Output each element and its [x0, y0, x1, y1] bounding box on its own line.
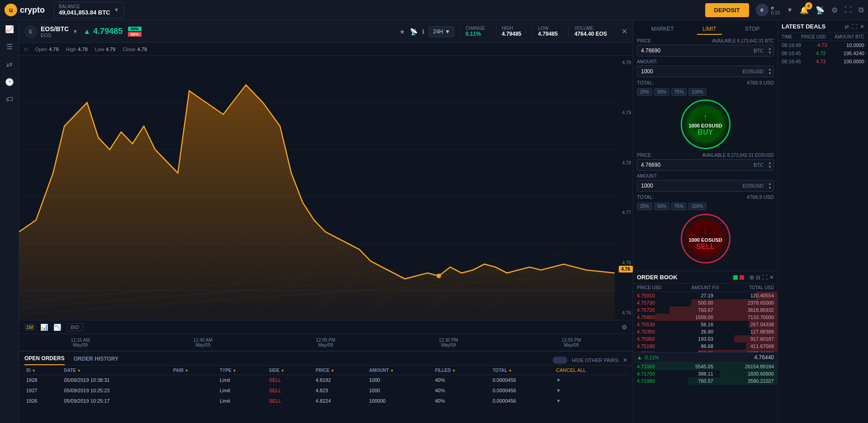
- chart-settings-icon[interactable]: ⚙: [621, 324, 627, 331]
- settings-icon[interactable]: ⚙: [831, 6, 838, 14]
- ob-ask-row[interactable]: 4.758501509.007133.70000: [633, 314, 778, 321]
- sell-amount-input[interactable]: [637, 180, 740, 191]
- list-item[interactable]: 08:16:454.73100.0000: [778, 57, 868, 66]
- ld-close-icon[interactable]: ✕: [860, 24, 864, 30]
- col-side[interactable]: SIDE ▼: [266, 366, 312, 375]
- timeframe-select[interactable]: 24H ▼: [429, 26, 454, 37]
- broadcast-icon[interactable]: 📡: [410, 28, 417, 35]
- buy-up-arrow-icon: ↑: [703, 113, 707, 122]
- ob-close-icon[interactable]: ✕: [769, 274, 774, 281]
- buy-amount-input[interactable]: [637, 66, 740, 77]
- buy-price-input[interactable]: [637, 45, 751, 56]
- order-expand[interactable]: ▼: [552, 385, 629, 396]
- history-icon[interactable]: 🕐: [5, 78, 14, 86]
- swap-icon[interactable]: ⇄: [6, 60, 12, 69]
- sell-pct-25[interactable]: 25%: [637, 202, 652, 210]
- tab-open-orders[interactable]: OPEN ORDERS: [24, 355, 65, 365]
- deposit-button[interactable]: DEPOSIT: [705, 3, 749, 17]
- sell-pct-50[interactable]: 50%: [654, 202, 669, 210]
- sell-amount-dn-arrow[interactable]: ▼: [768, 186, 772, 190]
- ld-expand-icon[interactable]: ⛶: [852, 24, 857, 30]
- order-pair: [170, 375, 216, 385]
- star-icon[interactable]: ★: [399, 28, 405, 35]
- tag-icon[interactable]: 🏷: [6, 95, 13, 103]
- ob-expand-icon[interactable]: ⛶: [762, 274, 768, 281]
- ob-bid-row[interactable]: 4.710605545.0526154.89184: [633, 363, 778, 370]
- ob-view-1-icon[interactable]: ⊞: [749, 274, 754, 281]
- tab-limit[interactable]: LIMIT: [697, 24, 722, 35]
- maximize-icon[interactable]: ⛶: [844, 6, 852, 14]
- buy-amount-dn-arrow[interactable]: ▼: [768, 71, 772, 75]
- ob-ask-row[interactable]: 4.7591027.19120.40554: [633, 292, 778, 299]
- sell-pct-100[interactable]: 100%: [688, 202, 707, 210]
- close-icon[interactable]: ✕: [621, 27, 627, 36]
- col-total[interactable]: TOTAL ▼: [489, 366, 552, 375]
- ob-ask-row[interactable]: 4.7519086.68411.67568: [633, 343, 778, 350]
- chart-area: 4.79 4.79 4.78 4.77 4.76 4.76 4.76: [19, 56, 633, 320]
- tab-stop[interactable]: STOP: [740, 24, 765, 35]
- table-row[interactable]: 1928 05/09/2019 10:38:31 Limit SELL 4.81…: [23, 375, 629, 385]
- chart-icon[interactable]: 📈: [5, 25, 14, 33]
- ob-ask-row[interactable]: 4.7553056.16267.04338: [633, 321, 778, 328]
- col-pair[interactable]: PAIR ▼: [170, 366, 216, 375]
- ob-bid-row[interactable]: 4.71700388.111830.60600: [633, 370, 778, 377]
- col-filled[interactable]: FILLED ▼: [432, 366, 489, 375]
- layout-icon[interactable]: ⧉: [859, 6, 863, 14]
- order-filled: 40%: [432, 375, 489, 385]
- table-row[interactable]: 1927 05/09/2019 10:25:23 Limit SELL 4.82…: [23, 385, 629, 396]
- col-amount[interactable]: AMOUNT ▼: [365, 366, 432, 375]
- hide-pairs-toggle[interactable]: [553, 357, 567, 364]
- tab-order-history[interactable]: ORDER HISTORY: [74, 356, 119, 365]
- buy-button[interactable]: ↑ 1000 EOSUSD BUY: [681, 99, 730, 149]
- order-expand[interactable]: ▼: [552, 375, 629, 385]
- menu-icon[interactable]: ☰: [6, 42, 13, 51]
- ob-bid-row[interactable]: 4.71980760.573590.21027: [633, 377, 778, 385]
- ld-swap-icon[interactable]: ⇄: [844, 24, 849, 30]
- notifications-icon[interactable]: 🔔 8: [800, 6, 809, 14]
- radio-icon[interactable]: 📡: [816, 6, 825, 14]
- bid-label[interactable]: BID: [66, 323, 83, 331]
- ob-view-2-icon[interactable]: ⊟: [756, 274, 760, 281]
- tab-market[interactable]: MARKET: [646, 24, 679, 35]
- close-orders-icon[interactable]: ✕: [623, 357, 627, 363]
- tf-1m-button[interactable]: 1M: [24, 324, 35, 331]
- order-date: 05/09/2019 10:25:17: [61, 396, 170, 406]
- deal-amount: 195.4240: [844, 51, 864, 56]
- logo[interactable]: u crypto: [5, 4, 45, 16]
- line-chart-icon[interactable]: 📉: [53, 324, 61, 331]
- col-id[interactable]: ID ▼: [23, 366, 61, 375]
- list-item[interactable]: 08:16:494.7310.0000: [778, 41, 868, 49]
- list-item[interactable]: 08:16:454.72195.4240: [778, 49, 868, 57]
- symbol-chevron-icon[interactable]: ▼: [72, 28, 78, 35]
- chevron-down-icon[interactable]: ▼: [787, 6, 793, 14]
- order-expand[interactable]: ▼: [552, 396, 629, 406]
- buy-pct-25[interactable]: 25%: [637, 88, 652, 96]
- sell-amount-up-arrow[interactable]: ▲: [768, 182, 772, 186]
- col-cancel-all[interactable]: CANCEL ALL: [552, 366, 629, 375]
- sell-price-dn-arrow[interactable]: ▼: [768, 165, 772, 169]
- bar-chart-icon[interactable]: 📊: [40, 324, 48, 331]
- ob-ask-row[interactable]: 4.75950193.03917.60187: [633, 335, 778, 343]
- ob-ask-row[interactable]: 4.75000500.002375.00000: [633, 350, 778, 352]
- col-price[interactable]: PRICE ▼: [312, 366, 365, 375]
- ob-ask-row[interactable]: 4.75730500.002378.65000: [633, 299, 778, 306]
- sell-button[interactable]: ↓ 1000 EOSUSD SELL: [681, 214, 730, 263]
- buy-price-dn-arrow[interactable]: ▼: [768, 51, 772, 55]
- col-date[interactable]: DATE ▼: [61, 366, 170, 375]
- buy-amount-up-arrow[interactable]: ▲: [768, 67, 772, 71]
- balance-chevron-icon[interactable]: ▼: [114, 7, 119, 13]
- ob-ask-row[interactable]: 4.7535026.90127.88388: [633, 328, 778, 335]
- col-type[interactable]: TYPE ▼: [216, 366, 266, 375]
- buy-pct-50[interactable]: 50%: [654, 88, 669, 96]
- orders-table-wrap: ID ▼ DATE ▼ PAIR ▼ TYPE ▼ SIDE ▼ PRICE ▼…: [19, 366, 633, 406]
- buy-pct-75[interactable]: 75%: [671, 88, 687, 96]
- ob-ask-row[interactable]: 4.75720760.673618.85932: [633, 306, 778, 314]
- info-icon[interactable]: ℹ: [422, 28, 424, 35]
- sell-price-up-arrow[interactable]: ▲: [768, 161, 772, 165]
- buy-price-up-arrow[interactable]: ▲: [768, 47, 772, 51]
- buy-pct-100[interactable]: 100%: [688, 88, 707, 96]
- sell-pct-75[interactable]: 75%: [671, 202, 687, 210]
- sell-price-input[interactable]: [637, 160, 751, 170]
- table-row[interactable]: 1926 05/09/2019 10:25:17 Limit SELL 4.82…: [23, 396, 629, 406]
- ob-up-arrow-icon: ▲: [637, 354, 642, 361]
